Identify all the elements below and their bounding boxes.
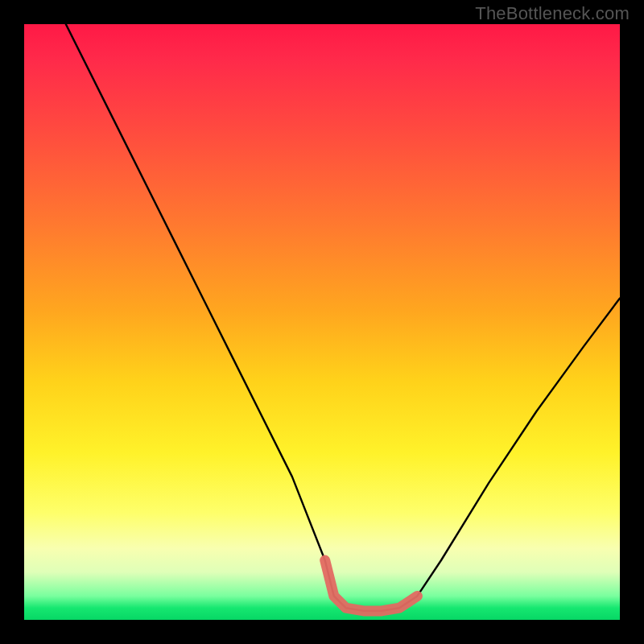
- chart-frame: TheBottleneck.com: [0, 0, 644, 644]
- watermark-text: TheBottleneck.com: [475, 3, 630, 24]
- chart-svg: [24, 24, 620, 620]
- bottom-highlight-curve: [325, 560, 418, 611]
- main-curve: [66, 24, 620, 611]
- chart-plot-area: [24, 24, 620, 620]
